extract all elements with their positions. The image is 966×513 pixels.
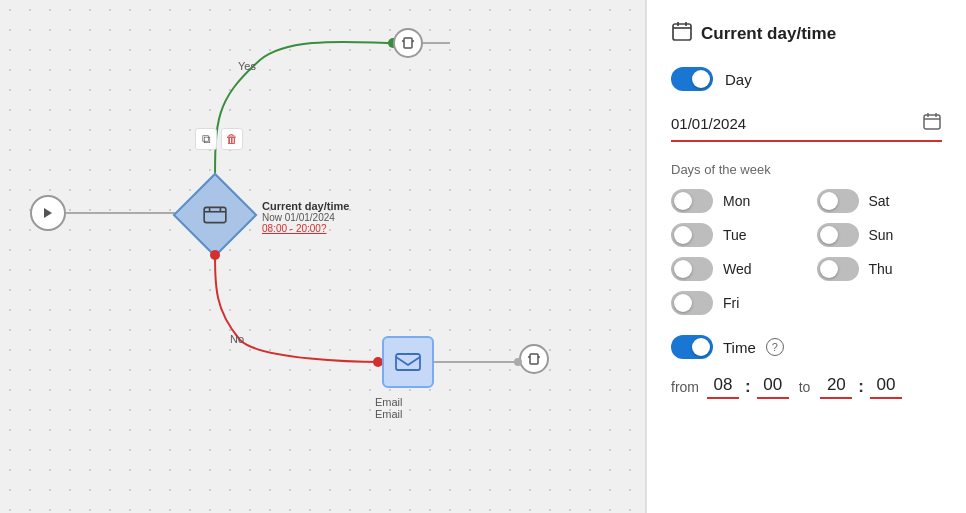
tue-label: Tue bbox=[723, 227, 753, 243]
wed-label: Wed bbox=[723, 261, 753, 277]
from-label: from bbox=[671, 379, 699, 395]
wed-row: Wed bbox=[671, 257, 797, 281]
time-from-hour[interactable] bbox=[707, 375, 739, 399]
svg-marker-3 bbox=[44, 208, 52, 218]
mon-row: Mon bbox=[671, 189, 797, 213]
svg-rect-12 bbox=[673, 24, 691, 40]
right-panel: Current day/time Day Days of the week Mo… bbox=[646, 0, 966, 513]
sun-toggle[interactable] bbox=[817, 223, 859, 247]
mon-label: Mon bbox=[723, 193, 753, 209]
no-label: No bbox=[230, 333, 244, 345]
fri-toggle[interactable] bbox=[671, 291, 713, 315]
email-label: Email Email bbox=[375, 396, 403, 420]
svg-rect-13 bbox=[924, 115, 940, 129]
play-node[interactable] bbox=[30, 195, 66, 231]
right-connector-node[interactable] bbox=[519, 344, 549, 374]
time-toggle[interactable] bbox=[671, 335, 713, 359]
thu-toggle[interactable] bbox=[817, 257, 859, 281]
yes-label: Yes bbox=[238, 60, 256, 72]
tue-row: Tue bbox=[671, 223, 797, 247]
wed-toggle[interactable] bbox=[671, 257, 713, 281]
date-row bbox=[671, 111, 942, 142]
svg-rect-8 bbox=[396, 354, 420, 370]
time-label: Time bbox=[723, 339, 756, 356]
svg-rect-5 bbox=[404, 38, 412, 48]
day-label: Day bbox=[725, 71, 752, 88]
panel-title: Current day/time bbox=[701, 24, 836, 44]
diamond-node[interactable] bbox=[173, 173, 258, 258]
panel-header: Current day/time bbox=[671, 20, 942, 47]
sun-label: Sun bbox=[869, 227, 899, 243]
time-to-minute[interactable] bbox=[870, 375, 902, 399]
sun-row: Sun bbox=[817, 223, 943, 247]
gray-dot bbox=[514, 358, 522, 366]
mon-toggle[interactable] bbox=[671, 189, 713, 213]
svg-rect-4 bbox=[204, 207, 226, 222]
fri-label: Fri bbox=[723, 295, 753, 311]
days-grid: Mon Sat Tue Sun Wed Thu Fri bbox=[671, 189, 942, 315]
top-connector-node[interactable] bbox=[393, 28, 423, 58]
email-node[interactable] bbox=[382, 336, 434, 388]
thu-label: Thu bbox=[869, 261, 899, 277]
svg-rect-9 bbox=[530, 354, 538, 364]
to-colon: : bbox=[858, 377, 864, 397]
date-input[interactable] bbox=[671, 115, 922, 132]
copy-button[interactable]: ⧉ bbox=[195, 128, 217, 150]
to-label: to bbox=[799, 379, 811, 395]
calendar-icon[interactable] bbox=[922, 111, 942, 136]
time-toggle-row: Time ? bbox=[671, 335, 942, 359]
canvas-connections bbox=[0, 0, 645, 513]
panel-header-icon bbox=[671, 20, 693, 47]
canvas: ⧉ 🗑 Current day/time Now 01/01/2024 08:0… bbox=[0, 0, 645, 513]
tue-toggle[interactable] bbox=[671, 223, 713, 247]
time-from-minute[interactable] bbox=[757, 375, 789, 399]
red-dot-bottom bbox=[210, 250, 220, 260]
thu-row: Thu bbox=[817, 257, 943, 281]
delete-button[interactable]: 🗑 bbox=[221, 128, 243, 150]
time-input-row: from : to : bbox=[671, 375, 942, 399]
day-toggle-row: Day bbox=[671, 67, 942, 91]
days-of-week-label: Days of the week bbox=[671, 162, 942, 177]
help-icon[interactable]: ? bbox=[766, 338, 784, 356]
action-buttons: ⧉ 🗑 bbox=[195, 128, 243, 150]
from-colon: : bbox=[745, 377, 751, 397]
time-to-hour[interactable] bbox=[820, 375, 852, 399]
sat-toggle[interactable] bbox=[817, 189, 859, 213]
sat-label: Sat bbox=[869, 193, 899, 209]
diamond-label: Current day/time Now 01/01/2024 08:00 - … bbox=[262, 200, 349, 234]
day-toggle[interactable] bbox=[671, 67, 713, 91]
sat-row: Sat bbox=[817, 189, 943, 213]
fri-row: Fri bbox=[671, 291, 797, 315]
